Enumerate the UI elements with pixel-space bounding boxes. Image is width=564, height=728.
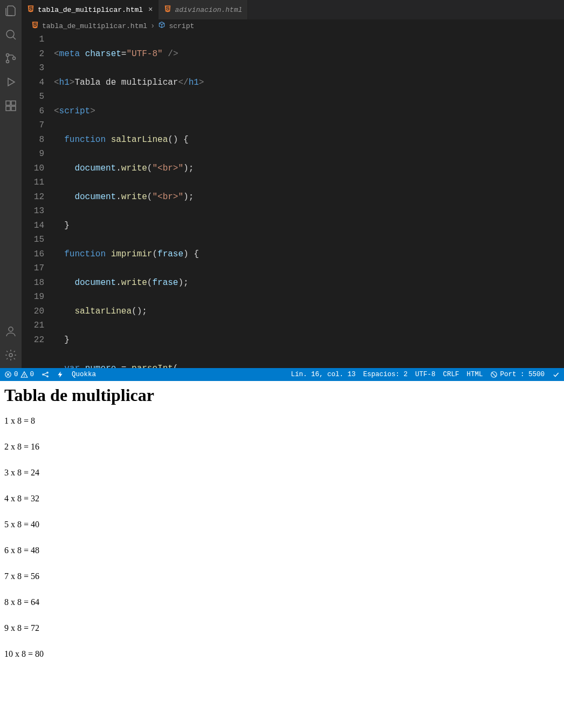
svg-point-3 bbox=[6, 60, 9, 63]
svg-line-20 bbox=[44, 373, 47, 374]
output-row: 2 x 8 = 16 bbox=[4, 442, 560, 452]
output-row: 5 x 8 = 40 bbox=[4, 520, 560, 529]
output-row: 10 x 8 = 80 bbox=[4, 649, 560, 659]
svg-point-10 bbox=[9, 327, 13, 331]
svg-point-2 bbox=[6, 54, 9, 57]
svg-point-18 bbox=[47, 372, 48, 373]
svg-rect-7 bbox=[11, 101, 16, 105]
html-file-icon bbox=[31, 21, 39, 31]
svg-rect-6 bbox=[6, 101, 10, 105]
files-icon[interactable] bbox=[4, 4, 17, 17]
status-bolt-icon[interactable] bbox=[57, 371, 64, 378]
status-check-icon[interactable] bbox=[552, 371, 560, 378]
svg-marker-5 bbox=[8, 78, 15, 86]
settings-gear-icon[interactable] bbox=[4, 349, 17, 362]
status-line-col[interactable]: Lín. 16, col. 13 bbox=[291, 371, 355, 378]
output-row: 6 x 8 = 48 bbox=[4, 546, 560, 555]
symbol-icon bbox=[158, 21, 166, 31]
search-icon[interactable] bbox=[4, 28, 17, 41]
svg-point-0 bbox=[6, 30, 14, 38]
svg-point-19 bbox=[47, 376, 48, 377]
extensions-icon[interactable] bbox=[4, 99, 17, 112]
output-row: 3 x 8 = 24 bbox=[4, 468, 560, 478]
status-bar: 0 0 Quokka Lín. 16, col. 13 Espacios: 2 … bbox=[0, 368, 564, 381]
status-spaces[interactable]: Espacios: 2 bbox=[363, 371, 408, 378]
chevron-right-icon: › bbox=[150, 22, 155, 30]
page-title: Tabla de multiplicar bbox=[4, 385, 560, 405]
svg-line-23 bbox=[492, 372, 496, 377]
svg-rect-9 bbox=[11, 106, 16, 111]
breadcrumb-symbol: script bbox=[169, 22, 194, 30]
svg-point-4 bbox=[13, 57, 16, 60]
status-quokka[interactable]: Quokka bbox=[72, 371, 96, 378]
debug-icon[interactable] bbox=[4, 76, 17, 89]
account-icon[interactable] bbox=[4, 325, 17, 338]
editor-area: tabla_de_multiplicar.html × adivinacion.… bbox=[22, 0, 564, 368]
breadcrumb-file: tabla_de_multiplicar.html bbox=[42, 22, 147, 30]
status-errors[interactable]: 0 0 bbox=[4, 371, 34, 378]
line-number-gutter: 1 2 3 4 5 6 7 8 9 10 11 12 13 14 15 16 1… bbox=[22, 32, 54, 368]
status-language[interactable]: HTML bbox=[466, 371, 483, 378]
tab-label: tabla_de_multiplicar.html bbox=[38, 6, 143, 14]
svg-point-16 bbox=[24, 376, 24, 377]
status-live-server[interactable]: Port : 5500 bbox=[490, 371, 545, 378]
code-content[interactable]: <meta charset="UTF-8" /> <h1>Tabla de mu… bbox=[54, 32, 564, 368]
output-row: 8 x 8 = 64 bbox=[4, 597, 560, 607]
browser-preview: Tabla de multiplicar 1 x 8 = 8 2 x 8 = 1… bbox=[0, 381, 564, 728]
status-eol[interactable]: CRLF bbox=[443, 371, 459, 378]
tab-tabla-de-multiplicar[interactable]: tabla_de_multiplicar.html × bbox=[22, 0, 159, 19]
tab-adivinacion[interactable]: adivinacion.html bbox=[159, 0, 248, 19]
status-encoding[interactable]: UTF-8 bbox=[415, 371, 436, 378]
code-editor[interactable]: 1 2 3 4 5 6 7 8 9 10 11 12 13 14 15 16 1… bbox=[22, 32, 564, 368]
status-share-icon[interactable] bbox=[42, 371, 49, 378]
svg-point-11 bbox=[9, 353, 12, 357]
svg-rect-8 bbox=[6, 106, 10, 111]
html-file-icon bbox=[164, 5, 171, 15]
activity-bar bbox=[0, 0, 22, 368]
breadcrumb[interactable]: tabla_de_multiplicar.html › script bbox=[22, 19, 564, 32]
output-row: 7 x 8 = 56 bbox=[4, 571, 560, 581]
output-row: 4 x 8 = 32 bbox=[4, 494, 560, 504]
tab-label: adivinacion.html bbox=[175, 6, 242, 14]
output-row: 9 x 8 = 72 bbox=[4, 623, 560, 633]
html-file-icon bbox=[27, 5, 35, 15]
svg-point-17 bbox=[43, 374, 44, 375]
editor-panel: tabla_de_multiplicar.html × adivinacion.… bbox=[0, 0, 564, 368]
svg-line-21 bbox=[44, 375, 47, 376]
tab-bar: tabla_de_multiplicar.html × adivinacion.… bbox=[22, 0, 564, 19]
source-control-icon[interactable] bbox=[4, 52, 17, 65]
close-icon[interactable]: × bbox=[148, 5, 153, 14]
output-row: 1 x 8 = 8 bbox=[4, 416, 560, 426]
svg-line-1 bbox=[13, 37, 16, 39]
